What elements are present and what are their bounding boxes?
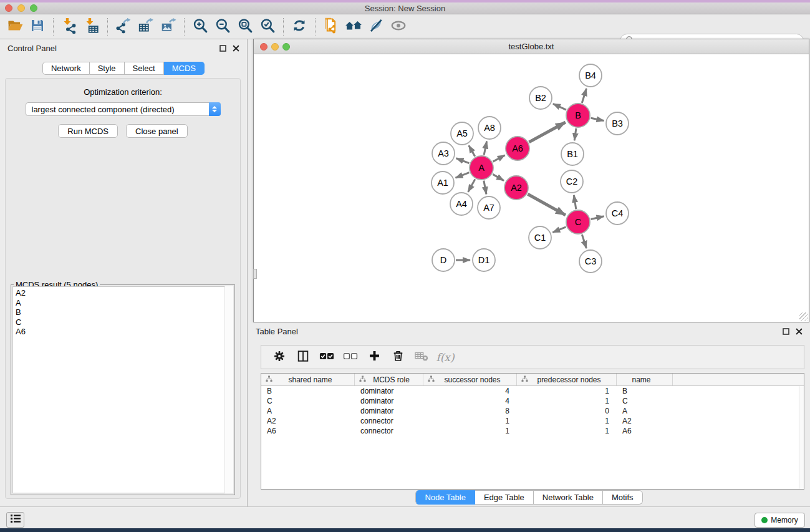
- float-panel-icon[interactable]: [219, 45, 226, 52]
- column-header[interactable]: predecessor nodes: [517, 374, 617, 385]
- table-cell[interactable]: dominator: [355, 387, 423, 395]
- graph-edge-C-C1[interactable]: [552, 227, 566, 233]
- show-hidden-button[interactable]: [387, 16, 410, 37]
- graph-edge-C-C2[interactable]: [574, 195, 576, 210]
- tab-edge-table[interactable]: Edge Table: [475, 490, 534, 505]
- table-cell[interactable]: connector: [355, 427, 423, 435]
- result-item[interactable]: A6: [16, 327, 233, 337]
- network-canvas[interactable]: B4B2BB3A8A5A6B1A3AC2A1A2A4A7C4CC1C3DD1: [254, 54, 809, 322]
- graph-edge-B-B2[interactable]: [553, 104, 566, 110]
- table-cell[interactable]: connector: [355, 417, 423, 425]
- graph-edge-C-C3[interactable]: [582, 235, 586, 248]
- open-session-button[interactable]: [4, 16, 26, 37]
- function-builder-button[interactable]: f(x): [433, 347, 457, 367]
- graph-edge-A2-C[interactable]: [528, 194, 566, 215]
- graph-edge-A-A3[interactable]: [456, 158, 470, 163]
- run-mcds-button[interactable]: Run MCDS: [58, 124, 118, 138]
- float-table-panel-icon[interactable]: [783, 328, 789, 335]
- graph-edge-A-A1[interactable]: [456, 173, 470, 178]
- graph-edge-B-B4[interactable]: [582, 89, 586, 103]
- table-cell[interactable]: C: [261, 397, 355, 405]
- refresh-button[interactable]: [288, 16, 311, 37]
- result-item[interactable]: C: [16, 317, 233, 327]
- zoom-in-button[interactable]: [189, 16, 211, 37]
- graph-edge-A-A2[interactable]: [493, 174, 504, 180]
- table-row[interactable]: A2connector11A2: [261, 416, 804, 426]
- mcds-result-list[interactable]: A2ABCA6: [12, 286, 233, 493]
- tab-select[interactable]: Select: [125, 62, 164, 75]
- table-cell[interactable]: 0: [517, 407, 617, 415]
- close-table-panel-icon[interactable]: [796, 328, 803, 335]
- zoom-selected-button[interactable]: [256, 16, 279, 37]
- delete-column-button[interactable]: [386, 347, 410, 367]
- close-panel-icon[interactable]: [233, 45, 239, 52]
- import-network-button[interactable]: [58, 16, 80, 37]
- task-history-button[interactable]: [6, 512, 24, 528]
- column-header[interactable]: MCDS role: [355, 374, 423, 385]
- tab-motifs[interactable]: Motifs: [603, 490, 643, 505]
- zoom-out-button[interactable]: [211, 16, 234, 37]
- table-cell[interactable]: B: [261, 387, 355, 395]
- column-header[interactable]: successor nodes: [423, 374, 517, 385]
- tab-network-table[interactable]: Network Table: [534, 490, 603, 505]
- table-scrollbar[interactable]: [799, 386, 804, 489]
- table-cell[interactable]: 4: [423, 387, 517, 395]
- tab-node-table[interactable]: Node Table: [415, 490, 475, 505]
- graph-edge-A-A5[interactable]: [469, 145, 475, 157]
- tab-mcds[interactable]: MCDS: [164, 62, 205, 75]
- table-cell[interactable]: C: [617, 397, 673, 405]
- select-all-button[interactable]: [315, 347, 339, 367]
- close-panel-button[interactable]: Close panel: [126, 124, 188, 138]
- graph-edge-A-A8[interactable]: [484, 142, 486, 155]
- table-cell[interactable]: 1: [517, 417, 617, 425]
- result-scrollbar[interactable]: [224, 286, 233, 493]
- resize-grip[interactable]: [799, 312, 808, 321]
- table-cell[interactable]: A: [617, 407, 673, 415]
- splitpane-handle[interactable]: [253, 269, 257, 279]
- network-window-titlebar[interactable]: testGlobe.txt: [254, 39, 809, 54]
- table-cell[interactable]: A2: [261, 417, 355, 425]
- table-cell[interactable]: A2: [617, 417, 673, 425]
- table-cell[interactable]: 1: [517, 397, 617, 405]
- tab-network[interactable]: Network: [42, 62, 90, 75]
- table-row[interactable]: Bdominator41B: [261, 386, 804, 396]
- table-row[interactable]: Cdominator41C: [261, 396, 804, 406]
- network-from-file-button[interactable]: [320, 16, 342, 37]
- graph-edge-A-A7[interactable]: [484, 181, 486, 195]
- table-cell[interactable]: 1: [517, 387, 617, 395]
- table-cell[interactable]: A: [261, 407, 355, 415]
- column-header[interactable]: shared name: [261, 374, 355, 385]
- criterion-dropdown[interactable]: largest connected component (directed): [26, 102, 221, 116]
- export-image-button[interactable]: [157, 16, 180, 37]
- table-cell[interactable]: A6: [261, 427, 355, 435]
- table-cell[interactable]: dominator: [355, 397, 423, 405]
- graph-edge-A-A4[interactable]: [468, 179, 475, 191]
- import-table-button[interactable]: [80, 16, 103, 37]
- graph-edge-B-B1[interactable]: [574, 128, 576, 140]
- table-row[interactable]: Adominator80A: [261, 406, 804, 416]
- export-table-button[interactable]: [135, 16, 157, 37]
- export-network-button[interactable]: [112, 16, 135, 37]
- graph-edge-B-B3[interactable]: [591, 118, 604, 120]
- unselect-all-button[interactable]: [339, 347, 362, 367]
- table-cell[interactable]: 4: [423, 397, 517, 405]
- delete-table-button[interactable]: [410, 347, 433, 367]
- add-column-button[interactable]: [362, 347, 386, 367]
- show-columns-button[interactable]: [291, 347, 315, 367]
- result-item[interactable]: B: [16, 307, 233, 317]
- table-cell[interactable]: 1: [423, 417, 517, 425]
- zoom-fit-button[interactable]: [234, 16, 256, 37]
- graph-edge-A6-B[interactable]: [529, 122, 565, 142]
- memory-button[interactable]: Memory: [755, 513, 805, 528]
- table-cell[interactable]: A6: [617, 427, 673, 435]
- hide-selected-button[interactable]: [365, 16, 387, 37]
- graph-edge-C-C4[interactable]: [591, 216, 604, 220]
- save-session-button[interactable]: [26, 16, 49, 37]
- table-cell[interactable]: 8: [423, 407, 517, 415]
- table-cell[interactable]: 1: [423, 427, 517, 435]
- result-item[interactable]: A2: [16, 288, 233, 298]
- table-cell[interactable]: dominator: [355, 407, 423, 415]
- table-row[interactable]: A6connector11A6: [261, 426, 804, 436]
- graph-edge-A-A6[interactable]: [493, 155, 505, 162]
- column-header[interactable]: name: [617, 374, 673, 385]
